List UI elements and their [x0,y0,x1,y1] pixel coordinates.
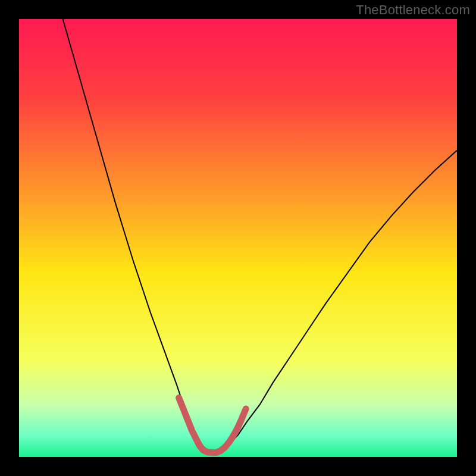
chart-background [19,19,457,457]
watermark-text: TheBottleneck.com [356,2,470,18]
bottleneck-chart [19,19,457,457]
chart-frame: TheBottleneck.com [0,0,476,476]
